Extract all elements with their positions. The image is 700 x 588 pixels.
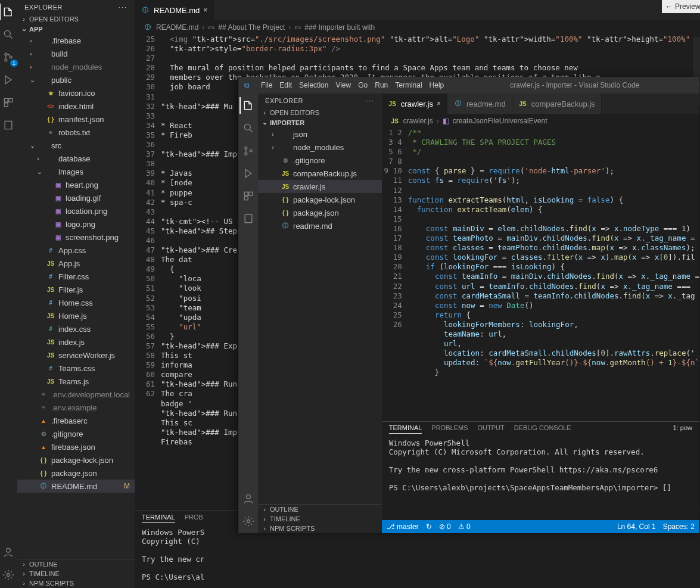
scm-icon[interactable] [240, 142, 257, 159]
tree-item-loading-gif[interactable]: ▣loading.gif [17, 191, 135, 204]
extensions-icon[interactable] [240, 188, 257, 204]
search-icon[interactable] [0, 26, 17, 43]
cursor-position[interactable]: Ln 64, Col 1 [617, 522, 656, 531]
tree-item-location-png[interactable]: ▣location.png [17, 204, 135, 217]
tree-item-package-json[interactable]: { }package.json [258, 206, 382, 219]
tree-item-node-modules[interactable]: ›node_modules [258, 141, 382, 154]
run-icon[interactable] [0, 71, 17, 88]
terminal-tab-terminal[interactable]: TERMINAL [389, 424, 422, 434]
tree-item-readme-md[interactable]: ⓘreadme.md [258, 219, 382, 232]
tree-item-screenshot-png[interactable]: ▣screenshot.png [17, 231, 135, 244]
tab-readme[interactable]: ⓘ README.md × [135, 0, 214, 20]
inner-code-area[interactable]: 1 2 3 4 5 6 7 8 9 10 11 12 13 14 15 16 1… [382, 128, 699, 421]
tree-item-logo-png[interactable]: ▣logo.png [17, 217, 135, 231]
account-icon[interactable] [240, 490, 257, 507]
tab-readme-md[interactable]: ⓘreadme.md [447, 94, 512, 114]
settings-icon[interactable] [0, 567, 17, 583]
menu-run[interactable]: Run [375, 81, 388, 89]
terminal-picker[interactable]: 1: pow [673, 424, 692, 434]
inner-terminal-body[interactable]: Windows PowerShell Copyright (C) Microso… [382, 434, 699, 497]
menu-view[interactable]: View [335, 81, 351, 89]
tree-item-teams-css[interactable]: #Teams.css [17, 362, 135, 375]
tree-item-readme-md[interactable]: ⓘREADME.mdM [17, 480, 135, 493]
tree-item-build[interactable]: ›build [17, 47, 135, 60]
inner-npm-scripts-header[interactable]: ›NPM SCRIPTS [258, 524, 382, 533]
files-icon[interactable] [239, 97, 256, 114]
inner-open-editors-header[interactable]: ›OPEN EDITORS [258, 108, 382, 117]
tree-item-filter-css[interactable]: #Filter.css [17, 270, 135, 283]
terminal-tab-problems[interactable]: PROB [185, 514, 203, 523]
terminal-tab-problems[interactable]: PROBLEMS [431, 424, 468, 434]
timeline-header[interactable]: ›TIMELINE [17, 569, 135, 578]
tree-item--env-example[interactable]: ≡.env.example [17, 401, 135, 414]
tree-item-index-html[interactable]: <>index.html [17, 99, 135, 113]
open-editors-header[interactable]: ›OPEN EDITORS [17, 14, 135, 24]
tree-item-home-css[interactable]: #Home.css [17, 296, 135, 309]
tree-item-public[interactable]: ⌄public [17, 73, 135, 86]
tree-item-serviceworker-js[interactable]: JSserviceWorker.js [17, 349, 135, 362]
menu-go[interactable]: Go [358, 81, 368, 89]
extensions-icon[interactable] [0, 94, 17, 111]
spaces-indicator[interactable]: Spaces: 2 [663, 522, 695, 531]
tree-item-database[interactable]: ›database [17, 152, 135, 165]
tree-item-manifest-json[interactable]: { }manifest.json [17, 113, 135, 126]
tree-item--env-development-local[interactable]: ≡.env.development.local [17, 388, 135, 401]
terminal-tab-terminal[interactable]: TERMINAL [142, 514, 175, 523]
tree-item-favicon-ico[interactable]: ★favicon.ico [17, 86, 135, 99]
tree-item-home-js[interactable]: JSHome.js [17, 309, 135, 322]
tree-item-images[interactable]: ⌄images [17, 165, 135, 178]
inner-titlebar[interactable]: ⧉ FileEditSelectionViewGoRunTerminalHelp… [238, 77, 699, 94]
status-errors[interactable]: ⊘ 0 [439, 522, 451, 531]
outer-breadcrumb[interactable]: ⓘ README.md› ▭## About The Project› ▭###… [135, 20, 700, 35]
inner-outline-header[interactable]: ›OUTLINE [258, 505, 382, 514]
tree-item-index-js[interactable]: JSindex.js [17, 335, 135, 349]
tree-item-app-js[interactable]: JSApp.js [17, 257, 135, 270]
menu-edit[interactable]: Edit [279, 81, 292, 89]
book-icon[interactable] [240, 210, 257, 227]
tree-item-robots-txt[interactable]: ≡robots.txt [17, 126, 135, 139]
inner-code[interactable]: /** * CRAWLING THE SPA PROJECT PAGES */ … [408, 128, 699, 421]
search-icon[interactable] [240, 120, 257, 136]
menu-selection[interactable]: Selection [299, 81, 328, 89]
project-header[interactable]: ⌄APP [17, 24, 135, 34]
run-icon[interactable] [240, 165, 257, 182]
tree-item-package-json[interactable]: { }package.json [17, 466, 135, 480]
settings-icon[interactable] [240, 513, 257, 530]
tree-item-firebase-json[interactable]: ▲firebase.json [17, 440, 135, 453]
menu-terminal[interactable]: Terminal [395, 81, 422, 89]
tree-item-package-lock-json[interactable]: { }package-lock.json [17, 453, 135, 466]
tree-item-src[interactable]: ⌄src [17, 139, 135, 152]
close-icon[interactable]: × [437, 99, 441, 108]
tree-item-teams-js[interactable]: JSTeams.js [17, 375, 135, 388]
scm-icon[interactable]: 1 [0, 49, 17, 66]
git-branch[interactable]: ⎇ master [387, 522, 419, 531]
tree-item-index-css[interactable]: #index.css [17, 322, 135, 335]
inner-breadcrumb[interactable]: JS crawler.js› ◧createJsonFileUniversalE… [382, 114, 699, 128]
tree-item-app-css[interactable]: #App.css [17, 244, 135, 257]
tree-item--firebase[interactable]: ›.firebase [17, 34, 135, 47]
terminal-tab-output[interactable]: OUTPUT [477, 424, 504, 434]
tree-item-node-modules[interactable]: ›node_modules [17, 60, 135, 73]
tree-item-filter-js[interactable]: JSFilter.js [17, 283, 135, 296]
sync-icon[interactable]: ↻ [426, 522, 432, 531]
close-icon[interactable]: × [203, 6, 207, 14]
inner-project-header[interactable]: ⌄IMPORTER [258, 117, 382, 127]
tree-item-heart-png[interactable]: ▣heart.png [17, 178, 135, 191]
menu-file[interactable]: File [261, 81, 272, 89]
tree-item--firebaserc[interactable]: ▲.firebaserc [17, 414, 135, 427]
status-warnings[interactable]: ⚠ 0 [458, 522, 471, 531]
sidebar-more-icon[interactable]: ··· [119, 4, 127, 11]
tree-item-package-lock-json[interactable]: { }package-lock.json [258, 193, 382, 206]
tree-item--gitignore[interactable]: ⚙.gitignore [258, 154, 382, 167]
menu-help[interactable]: Help [430, 81, 444, 89]
tab-comparebackup-js[interactable]: JScompareBackup.js [512, 94, 602, 114]
book-icon[interactable] [0, 117, 17, 133]
outline-header[interactable]: ›OUTLINE [17, 559, 135, 569]
tab-crawler-js[interactable]: JScrawler.js× [382, 94, 447, 114]
tree-item-json[interactable]: ›json [258, 127, 382, 141]
tree-item--gitignore[interactable]: ⚙.gitignore [17, 427, 135, 440]
inner-sidebar-more-icon[interactable]: ··· [366, 97, 375, 104]
account-icon[interactable] [0, 544, 17, 561]
tree-item-comparebackup-js[interactable]: JScompareBackup.js [258, 167, 382, 180]
inner-timeline-header[interactable]: ›TIMELINE [258, 514, 382, 524]
